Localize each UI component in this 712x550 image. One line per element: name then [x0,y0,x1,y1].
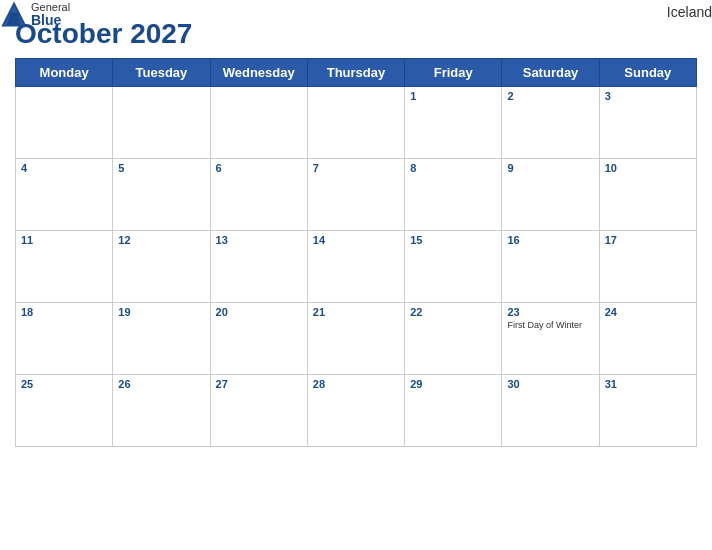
calendar-cell [113,87,210,159]
weekday-header-thursday: Thursday [307,59,404,87]
calendar-cell: 21 [307,303,404,375]
calendar-container: General Blue October 2027 Iceland Monday… [0,0,712,462]
calendar-week-4: 181920212223First Day of Winter24 [16,303,697,375]
calendar-cell: 8 [405,159,502,231]
day-number: 9 [507,162,593,174]
calendar-cell: 9 [502,159,599,231]
weekday-header-friday: Friday [405,59,502,87]
logo-blue-text: Blue [31,13,70,27]
day-number: 31 [605,378,691,390]
day-number: 14 [313,234,399,246]
day-number: 24 [605,306,691,318]
calendar-cell: 29 [405,375,502,447]
calendar-cell [16,87,113,159]
calendar-cell [210,87,307,159]
day-number: 3 [605,90,691,102]
day-number: 12 [118,234,204,246]
day-number: 7 [313,162,399,174]
calendar-cell: 15 [405,231,502,303]
calendar-cell: 4 [16,159,113,231]
weekday-header-sunday: Sunday [599,59,696,87]
calendar-week-5: 25262728293031 [16,375,697,447]
calendar-cell: 23First Day of Winter [502,303,599,375]
calendar-cell: 1 [405,87,502,159]
day-number: 8 [410,162,496,174]
day-number: 26 [118,378,204,390]
calendar-cell: 31 [599,375,696,447]
calendar-cell: 5 [113,159,210,231]
header-section: General Blue October 2027 Iceland [15,10,697,50]
day-number: 10 [605,162,691,174]
day-number: 30 [507,378,593,390]
calendar-cell: 11 [16,231,113,303]
calendar-cell: 28 [307,375,404,447]
weekday-header-saturday: Saturday [502,59,599,87]
calendar-cell: 3 [599,87,696,159]
logo-icon [0,0,28,28]
calendar-week-3: 11121314151617 [16,231,697,303]
weekday-header-tuesday: Tuesday [113,59,210,87]
calendar-table: MondayTuesdayWednesdayThursdayFridaySatu… [15,58,697,447]
calendar-cell [307,87,404,159]
logo-area: General Blue [0,0,70,28]
day-number: 4 [21,162,107,174]
calendar-cell: 27 [210,375,307,447]
calendar-cell: 14 [307,231,404,303]
event-text: First Day of Winter [507,320,593,330]
logo-text: General Blue [31,2,70,27]
day-number: 28 [313,378,399,390]
day-number: 5 [118,162,204,174]
day-number: 29 [410,378,496,390]
day-number: 17 [605,234,691,246]
day-number: 16 [507,234,593,246]
country-label: Iceland [667,4,712,20]
calendar-cell: 6 [210,159,307,231]
logo-general-text: General [31,2,70,13]
calendar-cell: 16 [502,231,599,303]
weekday-header-row: MondayTuesdayWednesdayThursdayFridaySatu… [16,59,697,87]
day-number: 20 [216,306,302,318]
weekday-header-monday: Monday [16,59,113,87]
day-number: 23 [507,306,593,318]
calendar-cell: 30 [502,375,599,447]
calendar-cell: 24 [599,303,696,375]
day-number: 15 [410,234,496,246]
day-number: 13 [216,234,302,246]
calendar-cell: 12 [113,231,210,303]
day-number: 22 [410,306,496,318]
day-number: 19 [118,306,204,318]
calendar-cell: 22 [405,303,502,375]
calendar-week-1: 123 [16,87,697,159]
calendar-week-2: 45678910 [16,159,697,231]
day-number: 27 [216,378,302,390]
day-number: 25 [21,378,107,390]
day-number: 2 [507,90,593,102]
day-number: 11 [21,234,107,246]
day-number: 21 [313,306,399,318]
calendar-cell: 2 [502,87,599,159]
calendar-cell: 13 [210,231,307,303]
weekday-header-wednesday: Wednesday [210,59,307,87]
calendar-cell: 20 [210,303,307,375]
calendar-cell: 7 [307,159,404,231]
calendar-cell: 10 [599,159,696,231]
day-number: 18 [21,306,107,318]
calendar-cell: 18 [16,303,113,375]
calendar-cell: 26 [113,375,210,447]
day-number: 1 [410,90,496,102]
calendar-cell: 25 [16,375,113,447]
day-number: 6 [216,162,302,174]
calendar-cell: 19 [113,303,210,375]
calendar-cell: 17 [599,231,696,303]
